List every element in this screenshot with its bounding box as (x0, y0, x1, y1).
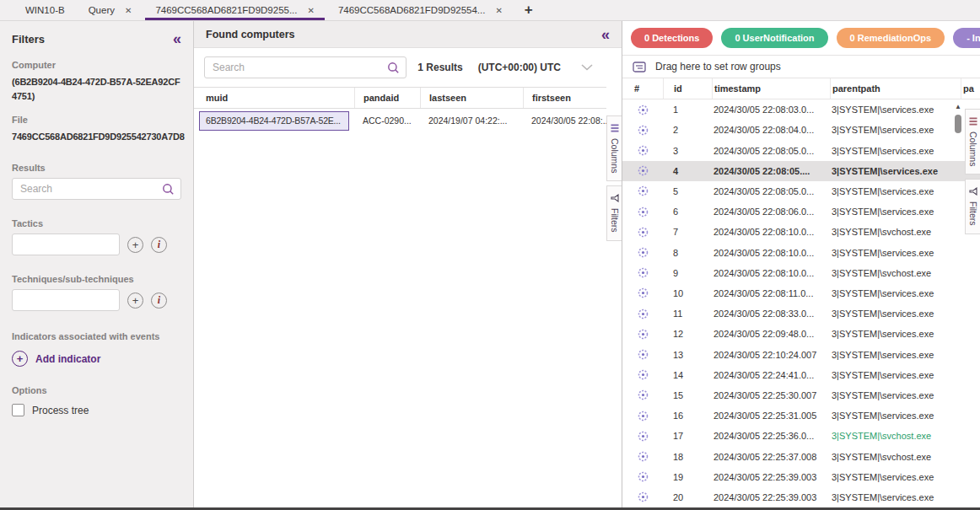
firstseen-cell[interactable]: 2024/30/05 22:08:... (523, 115, 606, 126)
column-header-lastseen[interactable]: lastseen (420, 88, 523, 108)
pill-0-remediationops[interactable]: 0 RemediationOps (837, 28, 945, 48)
search-icon (162, 183, 175, 196)
pill-indicators[interactable]: - Indicators (953, 28, 980, 48)
event-row[interactable]: 52024/30/05 22:08:05.0...3|SYSTEM|\servi… (622, 181, 980, 201)
process-gear-icon[interactable] (622, 410, 663, 422)
results-search-input[interactable] (20, 183, 159, 195)
column-header-id[interactable]: id (663, 78, 712, 99)
event-timestamp: 2024/30/05 22:08:05.0... (712, 146, 830, 156)
chevron-down-icon[interactable] (581, 64, 593, 71)
process-gear-icon[interactable] (622, 246, 663, 259)
event-row[interactable]: 72024/30/05 22:08:10.0...3|SYSTEM|\svcho… (622, 222, 980, 242)
pandaid-cell[interactable]: ACC-0290... (354, 115, 420, 126)
process-gear-icon[interactable] (622, 206, 663, 218)
tab-file-query-2[interactable]: 7469CC568AD6821FD9D92554... ✕ (326, 0, 514, 20)
add-technique-button[interactable]: + (127, 293, 143, 309)
events-scrollbar[interactable]: ▲ (953, 104, 963, 133)
process-gear-icon[interactable] (622, 287, 663, 299)
process-gear-icon[interactable] (622, 470, 663, 483)
event-row[interactable]: 12024/30/05 22:08:03.0...3|SYSTEM|\servi… (622, 99, 980, 120)
column-header-muid[interactable]: muid (194, 88, 354, 108)
tab-file-query-1[interactable]: 7469CC568AD6821FD9D9255... ✕ (143, 0, 326, 20)
event-row[interactable]: 142024/30/05 22:24:41.0...3|SYSTEM|\serv… (622, 365, 980, 385)
process-tree-checkbox[interactable] (12, 404, 24, 416)
scroll-up-icon[interactable]: ▲ (955, 104, 961, 110)
tab-win10-b[interactable]: WIN10-B (13, 0, 77, 20)
event-row[interactable]: 152024/30/05 22:25:30.0073|SYSTEM|\servi… (622, 385, 980, 405)
process-gear-icon[interactable] (622, 164, 663, 177)
close-icon[interactable]: ✕ (125, 6, 132, 15)
computers-search-input[interactable] (213, 62, 384, 73)
tab-query[interactable]: Query ✕ (77, 0, 144, 20)
column-header-hash[interactable]: # (622, 78, 663, 99)
column-header-pandaid[interactable]: pandaid (354, 88, 420, 108)
techniques-info-icon[interactable]: i (151, 293, 167, 309)
process-gear-icon[interactable] (622, 266, 663, 279)
new-tab-button[interactable]: + (514, 0, 543, 20)
event-row[interactable]: 192024/30/05 22:25:39.0033|SYSTEM|\servi… (622, 467, 980, 487)
add-indicator-button[interactable]: + Add indicator (12, 351, 181, 367)
event-row[interactable]: 172024/30/05 22:25:36.0...3|SYSTEM|\svch… (622, 426, 980, 446)
event-row[interactable]: 132024/30/05 22:10:24.0073|SYSTEM|\servi… (622, 344, 980, 364)
column-header-timestamp[interactable]: timestamp (712, 78, 830, 99)
collapse-panel-icon[interactable]: « (601, 27, 610, 42)
process-gear-icon[interactable] (622, 368, 663, 381)
event-row[interactable]: 32024/30/05 22:08:05.0...3|SYSTEM|\servi… (622, 140, 980, 160)
muid-cell-selected[interactable]: 6B2B9204-4B24-472D-B57A-52E... (199, 111, 349, 131)
add-tactic-button[interactable]: + (127, 237, 143, 253)
content-area: Filters « Computer (6B2B9204-4B24-472D-B… (0, 21, 980, 507)
event-timestamp: 2024/30/05 22:08:33.0... (712, 309, 830, 319)
event-row[interactable]: 92024/30/05 22:08:10.0...3|SYSTEM|\svcho… (622, 263, 980, 283)
event-row[interactable]: 22024/30/05 22:08:04.0...3|SYSTEM|\servi… (622, 120, 980, 140)
process-gear-icon[interactable] (622, 226, 663, 239)
process-gear-icon[interactable] (622, 389, 663, 401)
event-row[interactable]: 202024/30/05 22:25:39.0033|SYSTEM|\servi… (622, 487, 980, 507)
process-gear-icon[interactable] (622, 491, 663, 503)
event-row[interactable]: 42024/30/05 22:08:05....3|SYSTEM|\servic… (622, 161, 980, 181)
tab-columns[interactable]: Columns (965, 109, 980, 174)
computers-table-header: muid pandaid lastseen firstseen (194, 87, 606, 109)
column-header-pa[interactable]: pa (961, 78, 980, 99)
tab-filters[interactable]: Filters (965, 179, 980, 234)
process-gear-icon[interactable] (622, 144, 663, 157)
event-row[interactable]: 82024/30/05 22:08:10.0...3|SYSTEM|\servi… (622, 242, 980, 262)
event-row[interactable]: 102024/30/05 22:08:11.0...3|SYSTEM|\serv… (622, 283, 980, 303)
scrollbar-thumb[interactable] (955, 115, 961, 133)
close-icon[interactable]: ✕ (308, 6, 315, 15)
process-gear-icon[interactable] (622, 450, 663, 463)
process-gear-icon[interactable] (622, 104, 663, 116)
process-gear-icon[interactable] (622, 308, 663, 320)
process-gear-icon[interactable] (622, 348, 663, 361)
event-row[interactable]: 62024/30/05 22:08:06.0...3|SYSTEM|\servi… (622, 201, 980, 222)
event-row[interactable]: 122024/30/05 22:09:48.0...3|SYSTEM|\serv… (622, 324, 980, 344)
pill-0-detections[interactable]: 0 Detections (631, 28, 713, 48)
event-id: 1 (663, 105, 712, 115)
tab-columns[interactable]: Columns (606, 115, 622, 181)
event-id: 10 (663, 288, 712, 298)
computer-row[interactable]: 6B2B9204-4B24-472D-B57A-52E... ACC-0290.… (194, 109, 606, 132)
collapse-panel-icon[interactable]: « (173, 31, 181, 46)
column-header-parentpath[interactable]: parentpath (830, 78, 961, 99)
process-gear-icon[interactable] (622, 328, 663, 341)
computer-value: (6B2B9204-4B24-472D-B57A-52EA92CF4751) (12, 75, 181, 104)
results-search (12, 178, 181, 200)
process-gear-icon[interactable] (622, 430, 663, 443)
process-gear-icon[interactable] (622, 124, 663, 137)
column-header-firstseen[interactable]: firstseen (523, 88, 606, 108)
event-parentpath: 3|SYSTEM|\services.exe (830, 411, 961, 421)
event-parentpath: 3|SYSTEM|\services.exe (830, 146, 961, 156)
row-groups-dropzone[interactable]: Drag here to set row groups (622, 55, 980, 78)
close-icon[interactable]: ✕ (495, 6, 502, 15)
tab-label: Query (89, 5, 115, 15)
event-timestamp: 2024/30/05 22:25:30.007 (712, 390, 830, 400)
pill-0-usernotification[interactable]: 0 UserNotification (721, 28, 827, 48)
process-gear-icon[interactable] (622, 185, 663, 197)
techniques-input[interactable] (12, 289, 120, 311)
lastseen-cell[interactable]: 2024/19/07 04:22:... (420, 115, 523, 126)
tactics-info-icon[interactable]: i (151, 237, 167, 253)
event-row[interactable]: 162024/30/05 22:25:31.0053|SYSTEM|\servi… (622, 405, 980, 426)
event-row[interactable]: 112024/30/05 22:08:33.0...3|SYSTEM|\serv… (622, 303, 980, 324)
tactics-input[interactable] (12, 234, 120, 255)
tab-filters[interactable]: Filters (606, 185, 622, 241)
event-row[interactable]: 182024/30/05 22:25:37.0083|SYSTEM|\svcho… (622, 446, 980, 466)
